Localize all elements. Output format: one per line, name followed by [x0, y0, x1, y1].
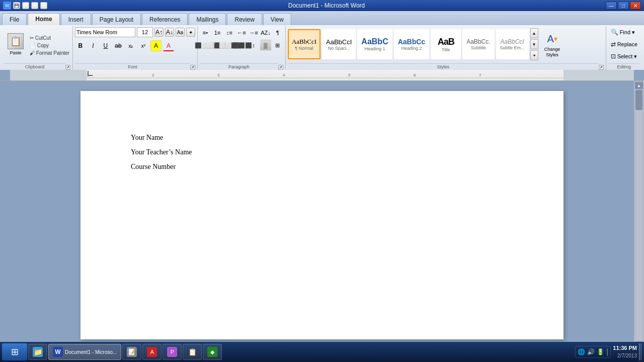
- font-size-input[interactable]: [137, 27, 153, 37]
- copy-button[interactable]: 📄 Copy: [29, 42, 70, 49]
- bullets-button[interactable]: ≡•: [200, 27, 211, 38]
- change-styles-button[interactable]: A▾ ChangeStyles: [540, 28, 565, 60]
- decrease-indent-button[interactable]: ←≡: [236, 27, 247, 38]
- style-subtle-em[interactable]: AaBbCcI Subtle Em...: [496, 29, 529, 59]
- line-3[interactable]: Course Number: [131, 160, 513, 173]
- style-h1-label: Heading 1: [364, 46, 385, 51]
- tab-mailings[interactable]: Mailings: [189, 13, 226, 25]
- cut-button[interactable]: ✂ CutCut: [29, 35, 70, 41]
- tab-page-layout[interactable]: Page Layout: [92, 13, 141, 25]
- paragraph-expand-icon[interactable]: ↗: [278, 65, 283, 70]
- taskbar-onenote[interactable]: ◆: [203, 344, 222, 360]
- style-subtle-label: Subtle Em...: [500, 45, 525, 50]
- scroll-up-button[interactable]: ▲: [635, 82, 643, 89]
- justify-button[interactable]: ⬛⬛⬛: [236, 40, 247, 51]
- taskbar-access[interactable]: A: [142, 344, 162, 360]
- style-title[interactable]: AaB Title: [431, 29, 461, 59]
- scroll-thumb[interactable]: [635, 90, 642, 110]
- tab-stop-indicator[interactable]: [88, 71, 93, 76]
- quick-access-save[interactable]: 💾: [13, 2, 20, 9]
- style-nospace[interactable]: AaBbCcI No Spaci...: [322, 29, 356, 59]
- svg-text:6: 6: [414, 73, 416, 77]
- shrink-font-button[interactable]: A↓: [165, 28, 174, 37]
- taskbar-clipboard[interactable]: 📋: [183, 344, 202, 360]
- subscript-button[interactable]: x₂: [125, 40, 136, 51]
- change-case-button[interactable]: Aa: [176, 28, 185, 37]
- style-nospace-label: No Spaci...: [328, 46, 350, 51]
- window-controls[interactable]: — □ ✕: [606, 2, 641, 10]
- replace-button[interactable]: ⇄ Replace: [608, 39, 640, 49]
- style-heading1[interactable]: AaBbC Heading 1: [357, 29, 392, 59]
- scroll-track: [635, 90, 642, 340]
- line-spacing-button[interactable]: ↕: [248, 40, 259, 51]
- style-subtitle[interactable]: AaBbCc. Subtitle: [462, 29, 494, 59]
- font-color-button[interactable]: A: [163, 40, 174, 51]
- font-expand-icon[interactable]: ↗: [190, 65, 195, 70]
- paste-label: Paste: [10, 50, 21, 55]
- borders-button[interactable]: ⊞: [272, 40, 283, 51]
- change-styles-label: ChangeStyles: [544, 47, 560, 58]
- style-nospace-text: AaBbCcI: [326, 38, 352, 46]
- styles-scroll-more[interactable]: ▾: [530, 50, 538, 60]
- line-2[interactable]: Your Teacher’s Name: [131, 146, 513, 158]
- shading-button[interactable]: ▒: [260, 40, 271, 51]
- styles-scroll-up[interactable]: ▲: [530, 28, 538, 38]
- close-button[interactable]: ✕: [630, 2, 641, 10]
- quick-access-more[interactable]: ▾: [40, 2, 47, 9]
- select-label: Select: [617, 53, 633, 59]
- word-icon: W: [3, 2, 11, 10]
- underline-button[interactable]: U: [100, 40, 111, 51]
- tab-insert[interactable]: Insert: [61, 13, 91, 25]
- tab-review[interactable]: Review: [227, 13, 262, 25]
- quick-access-undo[interactable]: ↩: [22, 2, 29, 9]
- taskbar-notepad[interactable]: 📝: [122, 344, 141, 360]
- styles-expand-icon[interactable]: ↗: [599, 65, 604, 70]
- bold-button[interactable]: B: [75, 40, 86, 51]
- tab-file[interactable]: File: [2, 13, 27, 25]
- font-name-input[interactable]: [75, 27, 135, 37]
- cursor-line[interactable]: [131, 175, 513, 188]
- tab-view[interactable]: View: [263, 13, 291, 25]
- tab-home[interactable]: Home: [28, 13, 59, 25]
- italic-button[interactable]: I: [88, 40, 99, 51]
- quick-access-redo[interactable]: ↪: [31, 2, 38, 9]
- find-button[interactable]: 🔍 Find ▾: [608, 27, 637, 37]
- show-hide-button[interactable]: ¶: [272, 27, 283, 38]
- text-highlight-button[interactable]: A: [150, 40, 162, 51]
- taskbar-explorer[interactable]: 📁: [28, 344, 47, 360]
- taskbar-word[interactable]: W Document1 - Microso...: [48, 344, 121, 360]
- start-button[interactable]: ⊞: [2, 343, 27, 360]
- maximize-button[interactable]: □: [618, 2, 629, 10]
- superscript-button[interactable]: x²: [138, 40, 149, 51]
- tab-references[interactable]: References: [142, 13, 188, 25]
- system-tray: 🌐 🔊 🔋 |: [575, 346, 611, 358]
- sort-button[interactable]: AZ↓: [260, 27, 271, 38]
- style-heading2[interactable]: AaBbCc Heading 2: [394, 29, 429, 59]
- paste-button[interactable]: 📋 Paste: [4, 32, 27, 57]
- format-painter-button[interactable]: 🖌 Format Painter: [29, 50, 70, 56]
- minimize-button[interactable]: —: [606, 2, 617, 10]
- style-title-text: AaB: [438, 37, 454, 47]
- style-normal[interactable]: AaBbCcI ¶ Normal: [288, 29, 320, 59]
- document-area[interactable]: Your Name Your Teacher’s Name Course Num…: [10, 81, 634, 349]
- multilevel-button[interactable]: ↕≡: [224, 27, 235, 38]
- select-icon: ⊡: [611, 53, 616, 60]
- show-desktop-button[interactable]: [639, 343, 642, 360]
- select-button[interactable]: ⊡ Select ▾: [608, 51, 640, 61]
- clear-format-button[interactable]: ✦: [186, 28, 195, 37]
- paragraph-group-label: Paragraph: [200, 63, 278, 70]
- grow-font-button[interactable]: A↑: [154, 28, 164, 37]
- numbering-button[interactable]: 1≡: [212, 27, 223, 38]
- taskbar-right: 🌐 🔊 🔋 | 11:36 PM 2/7/2013: [575, 343, 642, 360]
- vertical-scrollbar[interactable]: ▲ ▼: [634, 81, 644, 349]
- taskbar-publisher[interactable]: P: [163, 344, 182, 360]
- clipboard-expand-icon[interactable]: ↗: [65, 65, 70, 70]
- clock-display: 11:36 PM 2/7/2013: [613, 344, 637, 359]
- increase-indent-button[interactable]: →≡: [248, 27, 259, 38]
- strikethrough-button[interactable]: ab: [113, 40, 124, 51]
- line-1[interactable]: Your Name: [131, 131, 513, 144]
- styles-scroll-down[interactable]: ▼: [530, 39, 538, 49]
- clipboard-group-label: Clipboard: [4, 63, 65, 70]
- clipboard-group: 📋 Paste ✂ CutCut 📄 Copy 🖌 Format Painter…: [2, 26, 73, 70]
- document-page[interactable]: Your Name Your Teacher’s Name Course Num…: [80, 91, 564, 339]
